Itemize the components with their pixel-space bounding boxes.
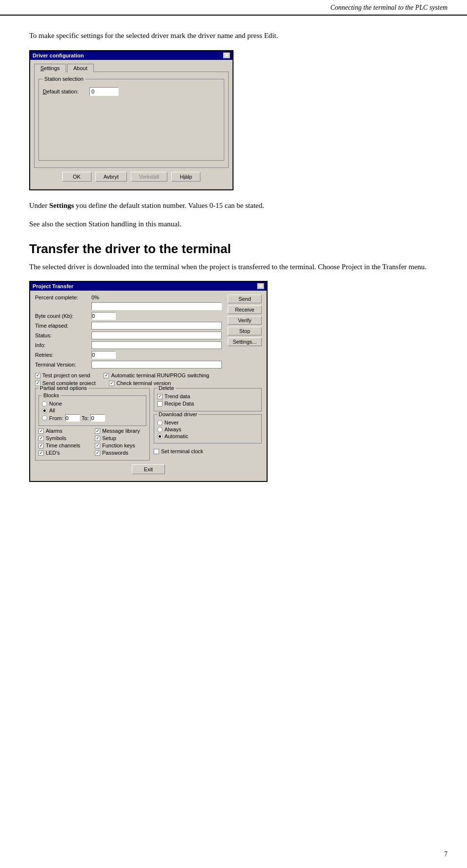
- pt-retries-label: Retries:: [35, 352, 89, 358]
- trenddata-row: Trend data: [157, 393, 258, 399]
- see-also-text: See also the section Station handling in…: [29, 219, 438, 230]
- driver-config-dialog: Driver configuration ✕ Settings About St…: [29, 50, 234, 190]
- messagelibrary-row: Message library: [95, 428, 146, 434]
- header-title: Connecting the terminal to the PLC syste…: [330, 4, 448, 11]
- default-station-input[interactable]: [90, 87, 119, 96]
- station-empty-area: [43, 98, 220, 156]
- hjalp-button[interactable]: Hjälp: [171, 172, 200, 182]
- verify-button[interactable]: Verify: [228, 316, 262, 325]
- settings-button[interactable]: Settings...: [228, 337, 262, 346]
- ok-button[interactable]: OK: [62, 172, 91, 182]
- pt-checkboxes-row1: Test project on send Automatic terminal …: [35, 372, 262, 378]
- trenddata-checkbox[interactable]: [157, 394, 162, 399]
- pt-bytecount-input[interactable]: [91, 312, 116, 320]
- pt-time-label: Time elapsed:: [35, 323, 89, 329]
- to-input[interactable]: [90, 414, 105, 422]
- pt-retries-input[interactable]: [91, 351, 116, 359]
- passwords-label: Passwords: [102, 450, 128, 456]
- blocks-title: Blocks: [42, 392, 60, 398]
- auto-run-prog-checkbox[interactable]: [104, 373, 109, 378]
- pt-percent-value: 0%: [91, 295, 99, 300]
- recipedata-checkbox[interactable]: [157, 401, 162, 406]
- pt-exit-row: Exit: [35, 464, 262, 477]
- avbryt-button[interactable]: Avbryt: [95, 172, 127, 182]
- test-project-checkbox[interactable]: [35, 373, 40, 378]
- pt-termver-row: Terminal Version:: [35, 361, 222, 369]
- automatic-radio[interactable]: [157, 434, 162, 439]
- always-radio-row: Always: [157, 426, 258, 432]
- default-station-label: Default station:: [43, 89, 87, 94]
- never-radio[interactable]: [157, 420, 162, 425]
- set-terminal-clock-checkbox[interactable]: [154, 449, 159, 454]
- recipedata-label: Recipe Data: [164, 401, 194, 406]
- setup-row: Setup: [95, 435, 146, 441]
- right-options-area: Delete Trend data Recipe Data Download d…: [154, 388, 262, 461]
- pt-titlebar-buttons: ✕: [257, 283, 264, 289]
- after-dialog-text: Under Settings you define the default st…: [29, 200, 438, 211]
- messagelibrary-label: Message library: [102, 428, 140, 434]
- leds-label: LED's: [46, 450, 60, 456]
- verkstall-button[interactable]: Verkställ: [131, 172, 168, 182]
- alarms-checkbox[interactable]: [38, 428, 44, 434]
- none-radio[interactable]: [42, 401, 47, 406]
- pt-termver-label: Terminal Version:: [35, 362, 89, 368]
- passwords-checkbox[interactable]: [95, 450, 100, 456]
- send-button[interactable]: Send: [228, 295, 262, 303]
- delete-group: Delete Trend data Recipe Data: [154, 388, 262, 411]
- tab-settings[interactable]: Settings: [34, 64, 66, 73]
- dialog-button-row: OK Avbryt Verkställ Hjälp: [34, 168, 229, 185]
- receive-button[interactable]: Receive: [228, 305, 262, 314]
- left-checkboxes-col: Alarms Symbols Time channels: [38, 428, 90, 457]
- leds-checkbox[interactable]: [38, 450, 44, 456]
- from-label: From:: [49, 415, 63, 421]
- pt-title: Project Transfer: [33, 283, 73, 289]
- pt-close-icon[interactable]: ✕: [257, 283, 264, 289]
- pt-bottom-area: Partial send options Blocks None All: [35, 388, 262, 461]
- all-radio[interactable]: [42, 408, 47, 413]
- alarms-row: Alarms: [38, 428, 90, 434]
- pt-titlebar: Project Transfer ✕: [30, 282, 267, 291]
- auto-run-prog-label: Automatic terminal RUN/PROG switching: [111, 372, 209, 378]
- pt-info-input: [91, 341, 222, 349]
- pt-bytecount-row: Byte count (Kb):: [35, 312, 222, 320]
- functionkeys-row: Function keys: [95, 443, 146, 448]
- timechannels-checkbox[interactable]: [38, 443, 44, 448]
- from-radio[interactable]: [42, 415, 47, 421]
- setup-checkbox[interactable]: [95, 436, 100, 441]
- none-radio-row: None: [42, 401, 143, 406]
- stop-button[interactable]: Stop: [228, 327, 262, 335]
- messagelibrary-checkbox[interactable]: [95, 428, 100, 434]
- none-label: None: [49, 401, 62, 406]
- timechannels-label: Time channels: [46, 443, 80, 448]
- always-label: Always: [164, 426, 181, 432]
- partial-send-title: Partial send options: [38, 385, 89, 391]
- section-description: The selected driver is downloaded into t…: [29, 261, 438, 273]
- timechannels-row: Time channels: [38, 443, 90, 448]
- symbols-checkbox[interactable]: [38, 436, 44, 441]
- pt-progress-bar: [91, 302, 222, 310]
- test-project-row: Test project on send Automatic terminal …: [35, 372, 262, 378]
- trenddata-label: Trend data: [164, 393, 190, 399]
- pt-percent-label: Percent complete:: [35, 295, 89, 300]
- exit-button[interactable]: Exit: [132, 464, 165, 474]
- pt-status-row: Status:: [35, 332, 222, 339]
- driver-config-title: Driver configuration: [33, 53, 84, 58]
- never-radio-row: Never: [157, 420, 258, 425]
- close-icon[interactable]: ✕: [223, 53, 230, 58]
- from-input[interactable]: [65, 414, 80, 422]
- leds-row: LED's: [38, 450, 90, 456]
- section-title: Transfer the driver to the terminal: [29, 241, 438, 257]
- automatic-label: Automatic: [164, 433, 188, 439]
- functionkeys-checkbox[interactable]: [95, 443, 100, 448]
- pt-body: Percent complete: 0% Byte count (Kb):: [30, 291, 267, 481]
- automatic-radio-row: Automatic: [157, 433, 258, 439]
- check-terminal-checkbox[interactable]: [109, 381, 114, 386]
- always-radio[interactable]: [157, 427, 162, 432]
- driver-config-titlebar: Driver configuration ✕: [30, 51, 233, 60]
- default-station-row: Default station:: [43, 87, 220, 96]
- tabs-container: Settings About: [34, 64, 229, 72]
- tab-about[interactable]: About: [67, 64, 94, 72]
- blocks-group: Blocks None All From:: [38, 395, 146, 426]
- to-label: To:: [82, 415, 89, 421]
- partial-send-group: Partial send options Blocks None All: [35, 388, 150, 461]
